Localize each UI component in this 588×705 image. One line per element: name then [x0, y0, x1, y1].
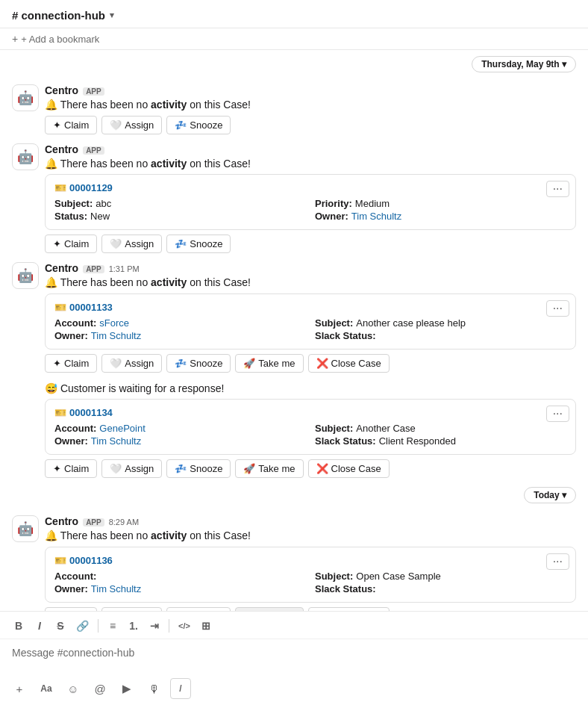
field-value-link[interactable]: Tim Schultz: [91, 330, 141, 341]
case-ticket-icon: 🎫: [54, 407, 66, 418]
message-group: 🤖 Centro APP 1:31 PM 🔔 There has been no…: [0, 256, 588, 376]
field-label: Subject:: [54, 198, 93, 209]
message-content: Centro APP 8:29 AM 🔔 There has been no a…: [45, 515, 576, 626]
snooze-button[interactable]: 💤 Snooze: [166, 459, 231, 478]
message-text: 😅 Customer is waiting for a response!: [45, 382, 576, 397]
assign-button[interactable]: 🤍 Assign: [101, 354, 162, 373]
channel-name[interactable]: # connection-hub: [12, 9, 105, 22]
action-buttons: ✦ Claim 🤍 Assign 💤 Snooze 🚀 Take me ❌ Cl…: [45, 459, 576, 478]
avatar: 🤖: [12, 262, 39, 289]
case-field-priority: Priority: Medium: [315, 198, 566, 209]
editor-input[interactable]: Message #connection-hub: [0, 639, 588, 675]
case-id-number[interactable]: 00001136: [69, 555, 113, 566]
mic-button[interactable]: 🎙: [143, 678, 164, 699]
add-bookmark-link[interactable]: + Add a bookmark: [21, 34, 99, 45]
field-value: Another case please help: [356, 317, 466, 329]
claim-button[interactable]: ✦ Claim: [45, 235, 97, 253]
case-id-number[interactable]: 00001133: [69, 302, 113, 313]
case-field-status: Status: New: [54, 211, 306, 222]
more-options-button[interactable]: ···: [546, 553, 569, 570]
more-formatting-button[interactable]: ⊞: [196, 616, 216, 636]
close-case-button[interactable]: ❌ Close Case: [308, 459, 390, 478]
plus-button[interactable]: +: [9, 678, 30, 699]
case-field-owner: Owner: Tim Schultz: [315, 211, 566, 222]
more-options-button[interactable]: ···: [546, 406, 569, 422]
case-fields: Account: Subject: Open Case Sample Owner…: [54, 571, 566, 594]
case-fields: Account: GenePoint Subject: Another Case…: [54, 423, 566, 447]
case-id-number[interactable]: 00001134: [69, 407, 113, 418]
message-header: Centro APP 8:29 AM: [45, 515, 576, 527]
more-options-button[interactable]: ···: [546, 181, 569, 197]
mention-button[interactable]: @: [90, 678, 110, 699]
take-me-button[interactable]: 🚀 Take me: [235, 459, 303, 478]
sender-name: Centro: [45, 262, 78, 274]
link-button[interactable]: 🔗: [72, 616, 93, 636]
date-pill-today[interactable]: Today ▾: [524, 487, 576, 503]
field-value: New: [90, 211, 110, 222]
date-pill-thursday[interactable]: Thursday, May 9th ▾: [472, 56, 576, 72]
case-field-account: Account: sForce: [54, 317, 306, 329]
ordered-list-button[interactable]: 1.: [124, 616, 143, 636]
plus-icon: +: [12, 33, 18, 45]
toolbar-divider: [98, 619, 98, 633]
case-card-00001133: ··· 🎫 00001133 Account: sForce Subject: …: [45, 294, 576, 350]
bold-button[interactable]: B: [9, 616, 28, 636]
case-id-link[interactable]: 🎫 00001136: [54, 555, 566, 566]
field-label: Subject:: [315, 571, 353, 582]
editor-area: B I S 🔗 ≡ 1. ⇥ </> ⊞ Message #connection…: [0, 611, 588, 705]
case-field-slack-status: Slack Status:: [315, 583, 566, 594]
toolbar-divider: [169, 619, 169, 633]
close-case-button[interactable]: ❌ Close Case: [308, 354, 390, 373]
snooze-button[interactable]: 💤 Snooze: [166, 354, 231, 373]
more-options-button[interactable]: ···: [546, 300, 569, 317]
field-value-link[interactable]: GenePoint: [99, 423, 145, 434]
indent-button[interactable]: ⇥: [145, 616, 164, 636]
message-header: Centro APP: [45, 84, 576, 96]
message-header: Centro APP 1:31 PM: [45, 262, 576, 274]
snooze-button[interactable]: 💤 Snooze: [166, 116, 231, 134]
field-value-link[interactable]: sForce: [99, 317, 129, 329]
app-badge: APP: [83, 265, 104, 273]
case-id-link[interactable]: 🎫 00001134: [54, 407, 566, 418]
field-label: Owner:: [315, 211, 348, 222]
strikethrough-button[interactable]: S: [51, 616, 70, 636]
case-ticket-icon: 🎫: [54, 555, 66, 566]
case-fields: Account: sForce Subject: Another case pl…: [54, 317, 566, 341]
case-field-slack-status: Slack Status: Client Responded: [315, 435, 566, 447]
message-text: 🔔 There has been no activity on this Cas…: [45, 98, 576, 113]
sender-name: Centro: [45, 515, 78, 527]
snooze-button[interactable]: 💤 Snooze: [166, 235, 231, 253]
field-label: Status:: [54, 211, 87, 222]
action-buttons: ✦ Claim 🤍 Assign 💤 Snooze: [45, 116, 576, 134]
field-label: Owner:: [54, 330, 88, 341]
code-button[interactable]: </>: [174, 616, 195, 636]
case-id-number[interactable]: 00001129: [69, 182, 113, 193]
message-text: 🔔 There has been no activity on this Cas…: [45, 276, 576, 291]
take-me-button[interactable]: 🚀 Take me: [235, 354, 303, 373]
sender-name: Centro: [45, 84, 78, 96]
claim-button[interactable]: ✦ Claim: [45, 354, 97, 373]
field-value-link[interactable]: Tim Schultz: [91, 435, 141, 447]
chevron-down-icon[interactable]: ▾: [110, 10, 114, 20]
claim-button[interactable]: ✦ Claim: [45, 116, 97, 134]
field-label: Account:: [54, 317, 96, 329]
case-id-link[interactable]: 🎫 00001133: [54, 302, 566, 313]
editor-placeholder: Message #connection-hub: [12, 647, 134, 659]
assign-button[interactable]: 🤍 Assign: [101, 235, 162, 253]
italic-button[interactable]: I: [30, 616, 49, 636]
case-id-link[interactable]: 🎫 00001129: [54, 182, 566, 193]
emoji-button[interactable]: ☺: [63, 678, 84, 699]
channel-header: # connection-hub ▾: [0, 0, 588, 28]
field-value-link[interactable]: Tim Schultz: [91, 583, 141, 594]
slash-command-button[interactable]: /: [170, 678, 191, 699]
assign-button[interactable]: 🤍 Assign: [101, 459, 162, 478]
messages-container: Thursday, May 9th ▾ 🤖 Centro APP 🔔 There…: [0, 50, 588, 705]
action-buttons: ✦ Claim 🤍 Assign 💤 Snooze 🚀 Take me ❌ Cl…: [45, 354, 576, 373]
text-format-button[interactable]: Aa: [36, 678, 57, 699]
claim-button[interactable]: ✦ Claim: [45, 459, 97, 478]
unordered-list-button[interactable]: ≡: [103, 616, 122, 636]
assign-button[interactable]: 🤍 Assign: [101, 116, 162, 134]
case-card-00001134: ··· 🎫 00001134 Account: GenePoint Subjec…: [45, 399, 576, 455]
video-button[interactable]: ▶: [116, 678, 137, 699]
field-value-link[interactable]: Tim Schultz: [351, 211, 401, 222]
